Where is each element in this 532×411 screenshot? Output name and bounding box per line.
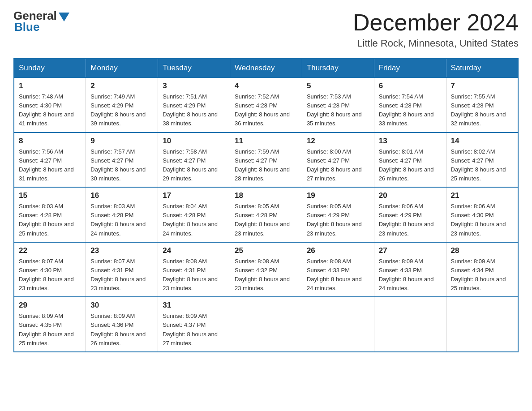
- month-title: December 2024: [353, 9, 519, 36]
- table-row: 31Sunrise: 8:09 AMSunset: 4:37 PMDayligh…: [158, 297, 230, 352]
- table-row: [446, 297, 518, 352]
- table-row: 28Sunrise: 8:09 AMSunset: 4:34 PMDayligh…: [446, 242, 518, 297]
- table-row: 30Sunrise: 8:09 AMSunset: 4:36 PMDayligh…: [86, 297, 158, 352]
- col-thursday: Thursday: [302, 59, 374, 77]
- table-row: 25Sunrise: 8:08 AMSunset: 4:32 PMDayligh…: [230, 242, 302, 297]
- day-number: 10: [163, 137, 225, 146]
- table-row: [302, 297, 374, 352]
- calendar-week-row: 15Sunrise: 8:03 AMSunset: 4:28 PMDayligh…: [14, 187, 518, 242]
- day-info: Sunrise: 8:09 AMSunset: 4:35 PMDaylight:…: [19, 312, 81, 348]
- day-info: Sunrise: 8:06 AMSunset: 4:30 PMDaylight:…: [451, 202, 513, 238]
- day-info: Sunrise: 8:03 AMSunset: 4:28 PMDaylight:…: [90, 202, 153, 238]
- table-row: 27Sunrise: 8:09 AMSunset: 4:33 PMDayligh…: [374, 242, 446, 297]
- day-info: Sunrise: 8:00 AMSunset: 4:27 PMDaylight:…: [307, 147, 369, 184]
- day-info: Sunrise: 8:03 AMSunset: 4:28 PMDaylight:…: [19, 202, 81, 238]
- day-number: 8: [19, 137, 81, 146]
- col-wednesday: Wednesday: [230, 59, 302, 77]
- day-number: 6: [379, 81, 442, 90]
- day-info: Sunrise: 8:08 AMSunset: 4:32 PMDaylight:…: [235, 257, 297, 293]
- day-number: 12: [307, 137, 369, 146]
- day-info: Sunrise: 7:59 AMSunset: 4:27 PMDaylight:…: [235, 147, 297, 184]
- calendar-week-row: 1Sunrise: 7:48 AMSunset: 4:30 PMDaylight…: [14, 77, 518, 133]
- table-row: 2Sunrise: 7:49 AMSunset: 4:29 PMDaylight…: [86, 77, 158, 133]
- col-saturday: Saturday: [446, 59, 518, 77]
- day-number: 26: [307, 246, 369, 255]
- day-number: 13: [379, 137, 442, 146]
- table-row: 12Sunrise: 8:00 AMSunset: 4:27 PMDayligh…: [302, 133, 374, 188]
- day-info: Sunrise: 8:06 AMSunset: 4:29 PMDaylight:…: [379, 202, 442, 238]
- table-row: 9Sunrise: 7:57 AMSunset: 4:27 PMDaylight…: [86, 133, 158, 188]
- day-info: Sunrise: 8:07 AMSunset: 4:31 PMDaylight:…: [90, 257, 153, 293]
- day-number: 14: [451, 137, 513, 146]
- day-info: Sunrise: 8:09 AMSunset: 4:36 PMDaylight:…: [90, 312, 153, 348]
- table-row: 10Sunrise: 7:58 AMSunset: 4:27 PMDayligh…: [158, 133, 230, 188]
- day-info: Sunrise: 8:01 AMSunset: 4:27 PMDaylight:…: [379, 147, 442, 184]
- title-section: December 2024 Little Rock, Minnesota, Un…: [353, 9, 519, 49]
- day-number: 11: [235, 137, 297, 146]
- day-info: Sunrise: 8:09 AMSunset: 4:34 PMDaylight:…: [451, 257, 513, 293]
- col-tuesday: Tuesday: [158, 59, 230, 77]
- day-info: Sunrise: 8:07 AMSunset: 4:30 PMDaylight:…: [19, 257, 81, 293]
- table-row: 16Sunrise: 8:03 AMSunset: 4:28 PMDayligh…: [86, 187, 158, 242]
- day-info: Sunrise: 8:09 AMSunset: 4:37 PMDaylight:…: [163, 312, 225, 348]
- day-number: 30: [90, 301, 153, 310]
- day-number: 20: [379, 191, 442, 200]
- table-row: 24Sunrise: 8:08 AMSunset: 4:31 PMDayligh…: [158, 242, 230, 297]
- day-number: 28: [451, 246, 513, 255]
- table-row: [374, 297, 446, 352]
- day-number: 15: [19, 191, 81, 200]
- day-info: Sunrise: 7:56 AMSunset: 4:27 PMDaylight:…: [19, 147, 81, 184]
- calendar-week-row: 29Sunrise: 8:09 AMSunset: 4:35 PMDayligh…: [14, 297, 518, 352]
- day-info: Sunrise: 7:48 AMSunset: 4:30 PMDaylight:…: [19, 92, 81, 128]
- table-row: 7Sunrise: 7:55 AMSunset: 4:28 PMDaylight…: [446, 77, 518, 133]
- day-info: Sunrise: 7:55 AMSunset: 4:28 PMDaylight:…: [451, 92, 513, 128]
- day-info: Sunrise: 7:53 AMSunset: 4:28 PMDaylight:…: [307, 92, 369, 128]
- page-header: General Blue December 2024 Little Rock, …: [13, 9, 519, 49]
- day-info: Sunrise: 7:52 AMSunset: 4:28 PMDaylight:…: [235, 92, 297, 128]
- table-row: 3Sunrise: 7:51 AMSunset: 4:29 PMDaylight…: [158, 77, 230, 133]
- logo-blue-text: Blue: [14, 20, 39, 34]
- day-number: 21: [451, 191, 513, 200]
- calendar-table: Sunday Monday Tuesday Wednesday Thursday…: [13, 58, 519, 352]
- day-info: Sunrise: 8:05 AMSunset: 4:29 PMDaylight:…: [307, 202, 369, 238]
- col-sunday: Sunday: [14, 59, 86, 77]
- day-number: 17: [163, 191, 225, 200]
- logo: General Blue: [13, 9, 69, 34]
- day-number: 7: [451, 81, 513, 90]
- day-number: 27: [379, 246, 442, 255]
- day-number: 3: [163, 81, 225, 90]
- table-row: 6Sunrise: 7:54 AMSunset: 4:28 PMDaylight…: [374, 77, 446, 133]
- day-number: 25: [235, 246, 297, 255]
- calendar-week-row: 8Sunrise: 7:56 AMSunset: 4:27 PMDaylight…: [14, 133, 518, 188]
- table-row: 17Sunrise: 8:04 AMSunset: 4:28 PMDayligh…: [158, 187, 230, 242]
- day-info: Sunrise: 7:58 AMSunset: 4:27 PMDaylight:…: [163, 147, 225, 184]
- table-row: 26Sunrise: 8:08 AMSunset: 4:33 PMDayligh…: [302, 242, 374, 297]
- table-row: 4Sunrise: 7:52 AMSunset: 4:28 PMDaylight…: [230, 77, 302, 133]
- table-row: 8Sunrise: 7:56 AMSunset: 4:27 PMDaylight…: [14, 133, 86, 188]
- day-number: 4: [235, 81, 297, 90]
- table-row: 15Sunrise: 8:03 AMSunset: 4:28 PMDayligh…: [14, 187, 86, 242]
- day-number: 18: [235, 191, 297, 200]
- day-info: Sunrise: 7:51 AMSunset: 4:29 PMDaylight:…: [163, 92, 225, 128]
- calendar-header-row: Sunday Monday Tuesday Wednesday Thursday…: [14, 59, 518, 77]
- day-info: Sunrise: 8:04 AMSunset: 4:28 PMDaylight:…: [163, 202, 225, 238]
- col-friday: Friday: [374, 59, 446, 77]
- day-number: 1: [19, 81, 81, 90]
- logo-triangle-icon: [59, 13, 69, 21]
- table-row: 11Sunrise: 7:59 AMSunset: 4:27 PMDayligh…: [230, 133, 302, 188]
- day-number: 23: [90, 246, 153, 255]
- table-row: 21Sunrise: 8:06 AMSunset: 4:30 PMDayligh…: [446, 187, 518, 242]
- table-row: 18Sunrise: 8:05 AMSunset: 4:28 PMDayligh…: [230, 187, 302, 242]
- day-info: Sunrise: 7:54 AMSunset: 4:28 PMDaylight:…: [379, 92, 442, 128]
- calendar-week-row: 22Sunrise: 8:07 AMSunset: 4:30 PMDayligh…: [14, 242, 518, 297]
- table-row: [230, 297, 302, 352]
- table-row: 22Sunrise: 8:07 AMSunset: 4:30 PMDayligh…: [14, 242, 86, 297]
- day-info: Sunrise: 8:05 AMSunset: 4:28 PMDaylight:…: [235, 202, 297, 238]
- day-number: 29: [19, 301, 81, 310]
- day-info: Sunrise: 8:08 AMSunset: 4:33 PMDaylight:…: [307, 257, 369, 293]
- table-row: 5Sunrise: 7:53 AMSunset: 4:28 PMDaylight…: [302, 77, 374, 133]
- day-number: 24: [163, 246, 225, 255]
- table-row: 20Sunrise: 8:06 AMSunset: 4:29 PMDayligh…: [374, 187, 446, 242]
- table-row: 1Sunrise: 7:48 AMSunset: 4:30 PMDaylight…: [14, 77, 86, 133]
- day-number: 22: [19, 246, 81, 255]
